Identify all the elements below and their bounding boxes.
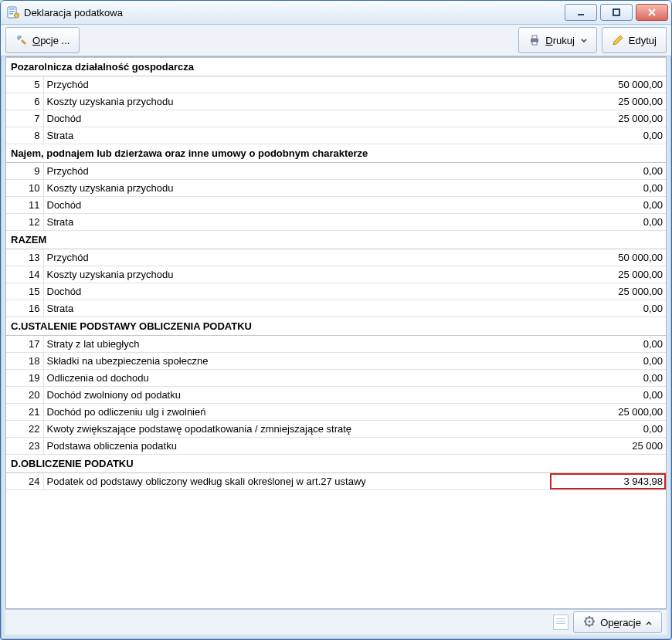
- table-row: 24Podatek od podstawy obliczony według s…: [6, 473, 666, 490]
- chevron-down-icon: [581, 35, 587, 46]
- row-value: 50 000,00: [550, 249, 666, 266]
- table-row: 10Koszty uzyskania przychodu0,00: [6, 180, 666, 197]
- row-number: 6: [6, 93, 43, 110]
- content-area: Pozarolnicza działalność gospodarcza5Prz…: [5, 56, 667, 609]
- row-number: 7: [6, 110, 43, 127]
- row-value: 0,00: [550, 336, 666, 353]
- options-button[interactable]: Opcje ...: [5, 27, 80, 53]
- svg-rect-10: [532, 42, 537, 45]
- table-row: 9Przychód0,00: [6, 163, 666, 180]
- row-value: 3 943,98: [550, 473, 666, 490]
- window-title: Deklaracja podatkowa: [24, 7, 565, 19]
- table-row: 12Strata0,00: [6, 214, 666, 231]
- row-label: Dochód zwolniony od podatku: [43, 387, 550, 404]
- section-title: C.USTALENIE PODSTAWY OBLICZENIA PODATKU: [6, 317, 666, 336]
- row-number: 17: [6, 336, 43, 353]
- statusbar: Operacje: [5, 609, 667, 635]
- row-value: 0,00: [550, 163, 666, 180]
- row-value: 25 000,00: [550, 283, 666, 300]
- row-number: 18: [6, 353, 43, 370]
- row-number: 20: [6, 387, 43, 404]
- section-header: Najem, podnajem lub dzierżawa oraz inne …: [6, 144, 666, 163]
- row-number: 19: [6, 370, 43, 387]
- row-value: 0,00: [550, 214, 666, 231]
- table-row: 13Przychód50 000,00: [6, 249, 666, 266]
- row-value: 25 000,00: [550, 266, 666, 283]
- row-label: Strata: [43, 214, 550, 231]
- row-number: 22: [6, 421, 43, 438]
- section-header: C.USTALENIE PODSTAWY OBLICZENIA PODATKU: [6, 317, 666, 336]
- section-header: Pozarolnicza działalność gospodarcza: [6, 58, 666, 76]
- svg-rect-3: [9, 13, 13, 15]
- svg-rect-6: [613, 9, 619, 15]
- edit-button[interactable]: Edytuj: [602, 27, 667, 53]
- svg-point-12: [589, 620, 591, 622]
- notes-icon[interactable]: [553, 615, 568, 630]
- row-number: 24: [6, 473, 43, 490]
- table-row: 23Podstawa obliczenia podatku25 000: [6, 438, 666, 455]
- row-number: 11: [6, 197, 43, 214]
- row-label: Przychód: [43, 163, 550, 180]
- row-number: 8: [6, 127, 43, 144]
- row-label: Strata: [43, 300, 550, 317]
- app-icon: [7, 6, 19, 19]
- svg-rect-9: [532, 36, 537, 39]
- svg-rect-5: [578, 14, 584, 15]
- row-value: 0,00: [550, 197, 666, 214]
- row-value: 0,00: [550, 387, 666, 404]
- table-row: 7Dochód25 000,00: [6, 110, 666, 127]
- row-value: 0,00: [550, 127, 666, 144]
- table-row: 21Dochód po odliczeniu ulg i zwolnień25 …: [6, 404, 666, 421]
- row-value: 0,00: [550, 370, 666, 387]
- row-label: Przychód: [43, 76, 550, 93]
- print-label-suffix: rukuj: [553, 35, 575, 46]
- scroll-pane[interactable]: Pozarolnicza działalność gospodarcza5Prz…: [6, 57, 666, 608]
- row-label: Koszty uzyskania przychodu: [43, 180, 550, 197]
- maximize-button[interactable]: [600, 4, 633, 21]
- row-label: Koszty uzyskania przychodu: [43, 266, 550, 283]
- minimize-button[interactable]: [565, 4, 597, 21]
- row-value: 50 000,00: [550, 76, 666, 93]
- table-row: 20Dochód zwolniony od podatku0,00: [6, 387, 666, 404]
- row-number: 14: [6, 266, 43, 283]
- section-title: Pozarolnicza działalność gospodarcza: [6, 58, 666, 76]
- titlebar: Deklaracja podatkowa: [1, 1, 671, 25]
- row-value: 25 000: [550, 438, 666, 455]
- tax-table: Pozarolnicza działalność gospodarcza5Prz…: [6, 57, 666, 490]
- operations-label-suffix: racje: [619, 617, 641, 628]
- svg-point-7: [17, 36, 20, 39]
- row-number: 15: [6, 283, 43, 300]
- table-row: 19Odliczenia od dochodu0,00: [6, 370, 666, 387]
- close-button[interactable]: [636, 4, 668, 21]
- section-title: D.OBLICZENIE PODATKU: [6, 455, 666, 473]
- chevron-up-icon: [646, 617, 652, 628]
- table-row: 11Dochód0,00: [6, 197, 666, 214]
- row-label: Kwoty zwiększające podstawę opodatkowani…: [43, 421, 550, 438]
- print-button[interactable]: Drukuj: [518, 27, 597, 53]
- options-label-suffix: pcje ...: [40, 35, 70, 46]
- row-label: Dochód po odliczeniu ulg i zwolnień: [43, 404, 550, 421]
- table-row: 17Straty z lat ubiegłych0,00: [6, 336, 666, 353]
- row-value: 25 000,00: [550, 404, 666, 421]
- toolbar: Opcje ... Drukuj Edyt: [1, 25, 671, 56]
- row-value: 0,00: [550, 353, 666, 370]
- window-frame: Deklaracja podatkowa Opcje ...: [0, 0, 672, 640]
- wrench-icon: [15, 34, 28, 46]
- row-number: 12: [6, 214, 43, 231]
- row-label: Podatek od podstawy obliczony według ska…: [43, 473, 550, 490]
- row-value: 0,00: [550, 421, 666, 438]
- row-value: 0,00: [550, 300, 666, 317]
- svg-rect-2: [9, 11, 15, 12]
- row-label: Strata: [43, 127, 550, 144]
- row-number: 13: [6, 249, 43, 266]
- row-label: Składki na ubezpieczenia społeczne: [43, 353, 550, 370]
- table-row: 8Strata0,00: [6, 127, 666, 144]
- table-row: 6Koszty uzyskania przychodu25 000,00: [6, 93, 666, 110]
- row-number: 5: [6, 76, 43, 93]
- svg-rect-1: [9, 8, 15, 10]
- row-number: 21: [6, 404, 43, 421]
- row-value: 25 000,00: [550, 110, 666, 127]
- row-number: 10: [6, 180, 43, 197]
- row-label: Dochód: [43, 283, 550, 300]
- operations-button[interactable]: Operacje: [573, 611, 662, 633]
